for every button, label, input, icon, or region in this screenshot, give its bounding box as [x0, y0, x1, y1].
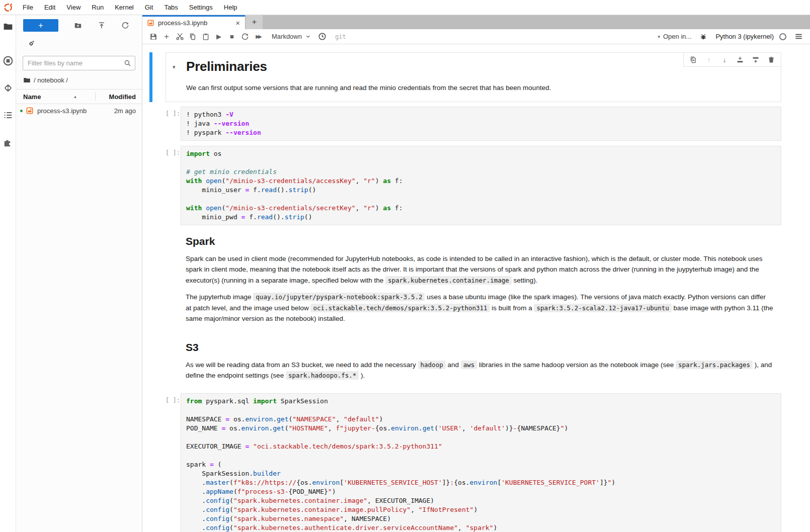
input-prompt: [ ]: — [166, 393, 181, 532]
file-modified: 2m ago — [114, 107, 136, 115]
cut-cells-icon[interactable] — [173, 31, 186, 43]
code-cell-credentials[interactable]: [ ]: import os # get minio credentialswi… — [166, 146, 781, 225]
save-icon[interactable] — [147, 31, 160, 43]
code-cell-versions[interactable]: [ ]: ! python3 -V! java --version! pyspa… — [166, 107, 781, 141]
cell-type-dropdown[interactable]: Markdown — [272, 33, 311, 40]
markdown-cell-preliminaries[interactable]: ▾ ↑ ↓ Prelimin — [166, 52, 781, 102]
move-cell-up-icon[interactable]: ↑ — [704, 55, 713, 64]
file-row[interactable]: process-s3.ipynb 2m ago — [16, 104, 142, 117]
column-divider — [95, 93, 96, 101]
cell-type-value: Markdown — [272, 33, 302, 40]
code-editor[interactable]: from pyspark.sql import SparkSession NAM… — [181, 393, 781, 532]
open-in-label: Open in... — [663, 33, 691, 40]
run-cell-icon[interactable]: ▶ — [212, 31, 225, 43]
input-prompt: [ ]: — [166, 107, 181, 141]
menu-help[interactable]: Help — [218, 0, 243, 15]
menu-bar: File Edit View Run Kernel Git Tabs Setti… — [0, 0, 810, 15]
filter-files-input[interactable] — [23, 56, 135, 70]
spark-paragraph-2: The jupyterhub image quay.io/jupyter/pys… — [186, 292, 773, 324]
tab-title: process-s3.ipynb — [158, 19, 234, 27]
markdown-cell-s3[interactable]: S3 As we will be reading data from an S3… — [166, 336, 781, 388]
extension-manager-icon[interactable] — [3, 137, 14, 148]
file-browser-panel: + — [16, 15, 142, 532]
upload-icon[interactable] — [98, 22, 106, 30]
menu-settings[interactable]: Settings — [184, 0, 218, 15]
code-editor[interactable]: import os # get minio credentialswith op… — [181, 146, 781, 225]
menu-tabs[interactable]: Tabs — [158, 0, 183, 15]
home-folder-icon[interactable] — [23, 76, 31, 84]
menu-run[interactable]: Run — [86, 0, 109, 15]
restart-kernel-icon[interactable] — [238, 31, 252, 43]
spark-paragraph-1: Spark can be used in client mode (recomm… — [186, 253, 773, 286]
restart-run-all-icon[interactable]: ▶▶ — [252, 31, 265, 43]
git-toolbar-label: git — [335, 33, 346, 40]
breadcrumb[interactable]: / notebook / — [16, 72, 142, 87]
s3-paragraph-1: As we will be reading data from an S3 bu… — [186, 360, 773, 381]
file-list-header: Name ▲ Modified — [16, 89, 142, 104]
sort-ascending-icon: ▲ — [73, 95, 77, 99]
tab-close-icon[interactable]: × — [234, 19, 241, 27]
insert-cell-below-icon[interactable] — [751, 55, 760, 64]
new-launcher-button[interactable]: + — [23, 19, 58, 32]
code-editor[interactable]: ! python3 -V! java --version! pyspark --… — [181, 107, 781, 141]
insert-cell-icon[interactable]: + — [160, 31, 173, 43]
menu-edit[interactable]: Edit — [39, 0, 61, 15]
cell-toolbar: ↑ ↓ — [683, 52, 781, 67]
column-header-name[interactable]: Name ▲ — [23, 93, 95, 101]
open-in-dropdown[interactable]: ▾ Open in... — [658, 33, 691, 40]
heading-s3: S3 — [186, 341, 773, 353]
interrupt-kernel-icon[interactable]: ■ — [225, 31, 238, 43]
unsaved-dot-icon — [20, 110, 23, 112]
notebook-scroll-area[interactable]: ▾ ↑ ↓ Prelimin — [142, 44, 810, 532]
git-clone-icon[interactable] — [27, 40, 35, 48]
dock-panel: process-s3.ipynb × + + ▶ ■ ▶▶ — [142, 15, 810, 532]
debugger-bug-icon[interactable] — [697, 31, 710, 43]
menu-kernel[interactable]: Kernel — [109, 0, 139, 15]
git-sidebar-icon[interactable] — [3, 82, 14, 94]
toolbar-menu-icon[interactable] — [792, 31, 805, 43]
toolbar-right: ▾ Open in... Python 3 (ipykernel) — [658, 31, 805, 43]
input-prompt: [ ]: — [166, 146, 181, 225]
activity-bar — [0, 15, 16, 532]
heading-collapser-icon[interactable]: ▾ — [173, 64, 176, 70]
jupyterhub-logo-icon — [3, 3, 13, 13]
duplicate-cell-icon[interactable] — [689, 55, 698, 64]
tab-process-s3[interactable]: process-s3.ipynb × — [142, 15, 245, 29]
kernel-status-icon — [779, 33, 786, 40]
move-cell-down-icon[interactable]: ↓ — [720, 55, 729, 64]
menu-file[interactable]: File — [17, 0, 39, 15]
markdown-cell-spark[interactable]: Spark Spark can be used in client mode (… — [166, 230, 781, 331]
kernel-name-label[interactable]: Python 3 (ipykernel) — [715, 33, 774, 40]
filter-files-wrap — [23, 56, 135, 70]
insert-cell-above-icon[interactable] — [736, 55, 745, 64]
paste-cells-icon[interactable] — [199, 31, 212, 43]
history-clock-icon[interactable] — [316, 31, 329, 43]
column-header-modified[interactable]: Modified — [101, 93, 136, 101]
delete-cell-icon[interactable] — [767, 55, 776, 64]
refresh-icon[interactable] — [121, 22, 129, 30]
breadcrumb-path: / notebook / — [34, 76, 68, 84]
notebook-file-icon — [26, 107, 34, 115]
heading-spark: Spark — [186, 235, 773, 247]
file-browser-icon[interactable] — [3, 21, 14, 32]
running-sessions-icon[interactable] — [3, 55, 14, 66]
copy-cells-icon[interactable] — [186, 31, 199, 43]
file-browser-toolbar: + — [16, 15, 142, 35]
md1-paragraph: We can first output some versions that a… — [186, 82, 773, 94]
table-of-contents-icon[interactable] — [3, 110, 14, 121]
file-name: process-s3.ipynb — [37, 107, 114, 115]
new-tab-button[interactable]: + — [246, 15, 263, 29]
notebook-toolbar: + ▶ ■ ▶▶ Markdown git — [142, 29, 810, 44]
code-cell-spark-session[interactable]: [ ]: from pyspark.sql import SparkSessio… — [166, 393, 781, 532]
notebook-tab-icon — [147, 19, 154, 27]
search-icon — [124, 59, 131, 67]
menu-git[interactable]: Git — [139, 0, 159, 15]
new-folder-icon[interactable] — [74, 22, 82, 30]
menu-view[interactable]: View — [61, 0, 86, 15]
tab-bar: process-s3.ipynb × + — [142, 15, 810, 29]
caret-down-icon: ▾ — [658, 34, 660, 39]
git-clone-row — [16, 35, 142, 51]
cell-selection-bar[interactable] — [149, 52, 152, 102]
chevron-down-icon — [305, 34, 311, 39]
